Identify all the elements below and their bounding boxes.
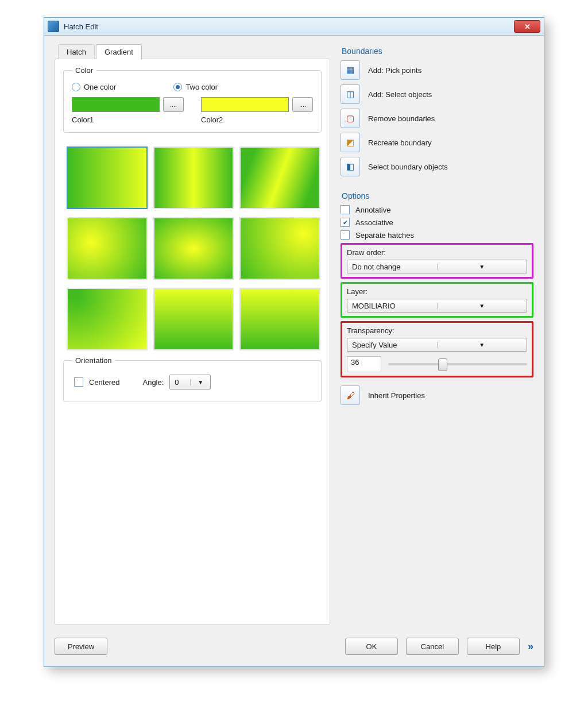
help-button[interactable]: Help bbox=[467, 638, 520, 655]
dialog-footer: Preview OK Cancel Help » bbox=[44, 631, 544, 666]
checkbox-icon bbox=[341, 205, 350, 214]
close-button[interactable]: ✕ bbox=[514, 20, 540, 33]
angle-value: 0 bbox=[170, 378, 190, 387]
draw-order-section: Draw order: Do not change ▼ bbox=[341, 243, 533, 279]
pick-points-label: Add: Pick points bbox=[368, 66, 421, 75]
window-title: Hatch Edit bbox=[64, 22, 514, 31]
radio-one-label: One color bbox=[84, 83, 116, 91]
draw-order-combo[interactable]: Do not change ▼ bbox=[347, 260, 527, 273]
plus-square-icon: ▦ bbox=[341, 60, 360, 80]
layer-section: Layer: MOBILIARIO ▼ bbox=[341, 282, 533, 318]
inherit-properties-label: Inherit Properties bbox=[368, 391, 425, 400]
color2-swatch[interactable] bbox=[201, 97, 289, 112]
btn-pick-points[interactable]: ▦ Add: Pick points bbox=[341, 60, 533, 80]
color2-more-button[interactable]: .... bbox=[292, 97, 313, 112]
separate-hatches-label: Separate hatches bbox=[355, 231, 414, 240]
close-icon: ✕ bbox=[524, 22, 531, 31]
gradient-presets bbox=[63, 141, 322, 356]
select-boundary-objects-label: Select boundary objects bbox=[368, 163, 448, 171]
separate-hatches-checkbox[interactable]: Separate hatches bbox=[341, 230, 533, 240]
angle-label: Angle: bbox=[142, 378, 164, 387]
checkbox-icon bbox=[74, 377, 83, 387]
transparency-value-input[interactable]: 36 bbox=[347, 356, 381, 372]
color1-more-button[interactable]: .... bbox=[163, 97, 184, 112]
orientation-label: Orientation bbox=[72, 356, 115, 365]
hatch-edit-dialog: Hatch Edit ✕ Hatch Gradient Color One co… bbox=[44, 17, 544, 667]
select-objects-label: Add: Select objects bbox=[368, 90, 432, 99]
preview-button[interactable]: Preview bbox=[55, 638, 107, 655]
brush-icon: 🖌 bbox=[341, 385, 360, 405]
tab-hatch[interactable]: Hatch bbox=[58, 44, 95, 59]
expand-icon[interactable]: » bbox=[528, 641, 533, 653]
boundaries-title: Boundaries bbox=[342, 47, 533, 56]
recreate-boundary-label: Recreate boundary bbox=[368, 138, 432, 147]
radio-one-color[interactable]: One color bbox=[72, 83, 116, 91]
btn-select-boundary-objects[interactable]: ◧ Select boundary objects bbox=[341, 157, 533, 176]
color-group: Color One color Two color bbox=[63, 66, 322, 133]
checkbox-icon bbox=[341, 218, 350, 227]
transparency-mode-combo[interactable]: Specify Value ▼ bbox=[347, 338, 527, 352]
transparency-label: Transparency: bbox=[347, 326, 527, 335]
gradient-preset-3[interactable] bbox=[239, 146, 320, 209]
orientation-group: Orientation Centered Angle: 0 ▼ bbox=[63, 356, 322, 402]
titlebar: Hatch Edit ✕ bbox=[44, 18, 544, 36]
btn-remove-boundaries[interactable]: ▢ Remove boundaries bbox=[341, 109, 533, 128]
associative-label: Associative bbox=[355, 218, 393, 227]
radio-two-color[interactable]: Two color bbox=[173, 83, 218, 91]
btn-recreate-boundary[interactable]: ◩ Recreate boundary bbox=[341, 133, 533, 152]
annotative-checkbox[interactable]: Annotative bbox=[341, 205, 533, 214]
remove-boundaries-label: Remove boundaries bbox=[368, 114, 435, 123]
gradient-panel: Color One color Two color bbox=[55, 59, 330, 625]
remove-icon: ▢ bbox=[341, 109, 360, 128]
angle-combo[interactable]: 0 ▼ bbox=[169, 375, 211, 390]
gradient-preset-2[interactable] bbox=[153, 146, 234, 209]
radio-icon bbox=[173, 83, 182, 91]
options-title: Options bbox=[342, 191, 533, 200]
layer-combo[interactable]: MOBILIARIO ▼ bbox=[347, 299, 527, 313]
chevron-down-icon: ▼ bbox=[437, 342, 527, 348]
gradient-preset-8[interactable] bbox=[153, 288, 234, 350]
tab-gradient[interactable]: Gradient bbox=[96, 44, 142, 59]
gradient-preset-9[interactable] bbox=[239, 288, 320, 350]
centered-checkbox[interactable]: Centered bbox=[74, 377, 119, 387]
select-boundary-icon: ◧ bbox=[341, 157, 360, 176]
ok-button[interactable]: OK bbox=[345, 638, 398, 655]
slider-thumb-icon bbox=[438, 358, 447, 371]
draw-order-value: Do not change bbox=[347, 263, 437, 271]
draw-order-label: Draw order: bbox=[347, 248, 527, 257]
color1-label: Color1 bbox=[72, 115, 184, 124]
checkbox-icon bbox=[341, 230, 350, 240]
recreate-icon: ◩ bbox=[341, 133, 360, 152]
layer-value: MOBILIARIO bbox=[347, 302, 437, 310]
gradient-preset-4[interactable] bbox=[67, 217, 148, 280]
btn-select-objects[interactable]: ◫ Add: Select objects bbox=[341, 84, 533, 104]
app-icon bbox=[48, 21, 59, 32]
gradient-preset-5[interactable] bbox=[153, 217, 234, 280]
radio-icon bbox=[72, 83, 80, 91]
chevron-down-icon: ▼ bbox=[190, 379, 211, 385]
transparency-section: Transparency: Specify Value ▼ 36 bbox=[341, 321, 533, 377]
gradient-preset-7[interactable] bbox=[67, 288, 148, 350]
tabs: Hatch Gradient bbox=[58, 44, 330, 59]
layer-label: Layer: bbox=[347, 287, 527, 296]
color1-swatch[interactable] bbox=[72, 97, 160, 112]
transparency-mode-value: Specify Value bbox=[347, 341, 437, 349]
select-plus-icon: ◫ bbox=[341, 84, 360, 104]
color-group-label: Color bbox=[72, 66, 96, 75]
centered-label: Centered bbox=[89, 378, 119, 387]
associative-checkbox[interactable]: Associative bbox=[341, 218, 533, 227]
color2-label: Color2 bbox=[201, 115, 313, 124]
cancel-button[interactable]: Cancel bbox=[406, 638, 459, 655]
transparency-slider[interactable] bbox=[388, 363, 527, 365]
chevron-down-icon: ▼ bbox=[437, 303, 527, 309]
annotative-label: Annotative bbox=[355, 206, 390, 214]
gradient-preset-1[interactable] bbox=[67, 146, 148, 209]
radio-two-label: Two color bbox=[185, 83, 218, 91]
btn-inherit-properties[interactable]: 🖌 Inherit Properties bbox=[341, 385, 533, 405]
gradient-preset-6[interactable] bbox=[239, 217, 320, 280]
chevron-down-icon: ▼ bbox=[437, 264, 527, 270]
